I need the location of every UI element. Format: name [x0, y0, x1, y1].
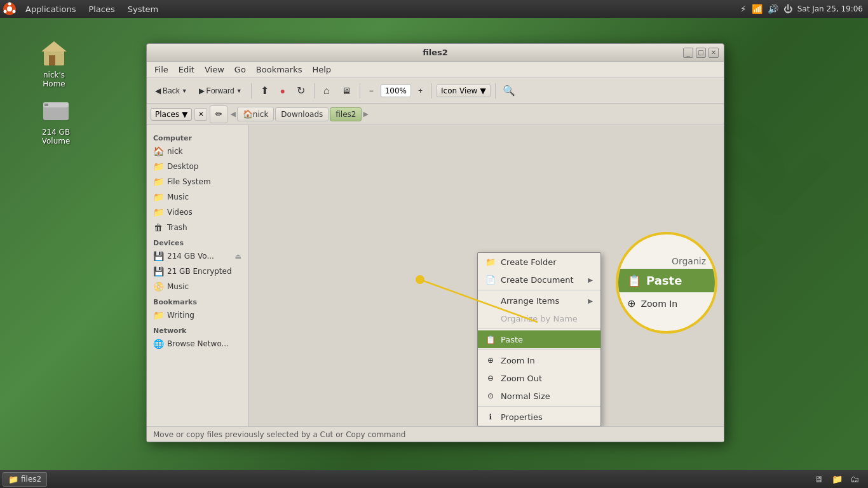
view-mode-select[interactable]: Icon View ▼: [437, 85, 491, 97]
content-area: Computer 🏠 nick 📁 Desktop 📁 File System …: [147, 125, 724, 426]
nick-home-icon: 🏠: [153, 146, 163, 156]
window-controls: _ □ ✕: [683, 48, 719, 58]
panel-right: ⚡ 📶 🔊 ⏻ Sat Jan 25, 19:06: [740, 4, 868, 14]
ctx-properties[interactable]: ℹ Properties: [478, 408, 600, 426]
sidebar-item-writing[interactable]: 📁 Writing: [147, 308, 248, 323]
sidebar-item-trash[interactable]: 🗑 Trash: [147, 220, 248, 235]
zoom-out-icon: ⊖: [485, 373, 496, 383]
forward-arrow-icon: ▶: [199, 86, 205, 95]
zoom-plus-icon: +: [418, 86, 423, 95]
breadcrumb-files2-label: files2: [336, 110, 356, 119]
sidebar-item-music[interactable]: 📁 Music: [147, 189, 248, 205]
ctx-paste-label: Paste: [501, 335, 523, 344]
menu-edit[interactable]: Edit: [173, 63, 200, 76]
sidebar-item-devices-music[interactable]: 📀 Music: [147, 279, 248, 294]
ctx-organize-by-name: · Organize by Name: [478, 309, 600, 327]
taskbar-icon-3[interactable]: 🗂: [848, 472, 862, 486]
taskbar-icon-2-glyph: 📁: [832, 474, 843, 484]
breadcrumb-downloads[interactable]: Downloads: [275, 107, 329, 121]
zoom-out-toolbar-btn[interactable]: −: [365, 84, 378, 98]
forward-button[interactable]: ▶ Forward ▼: [194, 84, 247, 98]
videos-folder-icon: 📁: [153, 207, 163, 217]
network-icon: 🌐: [153, 339, 163, 349]
menu-file[interactable]: File: [149, 63, 173, 76]
devices-music-label: Music: [167, 282, 189, 291]
desktop-folder-icon: 📁: [153, 161, 163, 172]
edit-path-icon: ✏: [215, 109, 222, 119]
svg-point-1: [7, 6, 12, 11]
sidebar-item-browse-network[interactable]: 🌐 Browse Netwo...: [147, 336, 248, 351]
places-menu[interactable]: Places: [82, 2, 121, 17]
home-icon: ⌂: [323, 85, 330, 97]
taskbar: 📁 files2 🖥 📁 🗂: [0, 470, 868, 488]
disc-music-icon: 📀: [153, 281, 163, 292]
sidebar: Computer 🏠 nick 📁 Desktop 📁 File System …: [147, 125, 248, 426]
zoom-in-toolbar-btn[interactable]: +: [414, 84, 427, 98]
toolbar: ◀ Back ▼ ▶ Forward ▼ ⬆ ● ↻ ⌂: [147, 78, 724, 104]
home-button[interactable]: ⌂: [319, 83, 334, 99]
edit-path-btn[interactable]: ✏: [210, 105, 227, 123]
up-button[interactable]: ⬆: [256, 82, 273, 99]
back-label: Back: [163, 86, 180, 95]
ctx-zoom-out[interactable]: ⊖ Zoom Out: [478, 369, 600, 387]
breadcrumb-files2[interactable]: files2: [330, 107, 362, 121]
ctx-create-document[interactable]: 📄 Create Document ▶: [478, 271, 600, 288]
sidebar-item-214gb[interactable]: 💾 214 GB Vo... ⏏: [147, 248, 248, 264]
ctx-separator-2: [478, 329, 600, 329]
applications-menu[interactable]: Applications: [19, 2, 82, 17]
breadcrumb-area: ◀ 🏠 nick Downloads files2 ▶: [230, 107, 720, 121]
window-close-btn[interactable]: ✕: [709, 48, 719, 58]
window-title: files2: [423, 48, 448, 57]
ctx-create-folder[interactable]: 📁 Create Folder: [478, 253, 600, 271]
places-dropdown[interactable]: Places ▼: [151, 108, 192, 121]
system-menu[interactable]: System: [121, 2, 165, 17]
taskbar-icon-1[interactable]: 🖥: [812, 472, 826, 486]
clock-display: Sat Jan 25, 19:06: [797, 4, 863, 13]
sidebar-item-desktop[interactable]: 📁 Desktop: [147, 159, 248, 174]
breadcrumb-nick[interactable]: 🏠 nick: [237, 107, 275, 121]
ubuntu-logo-icon[interactable]: [3, 2, 17, 16]
nicks-home-icon: [39, 37, 69, 68]
close-pathbar-btn[interactable]: ✕: [194, 108, 207, 121]
desktop-icon-nicks-home[interactable]: nick's Home: [29, 35, 79, 91]
ctx-arrange-items[interactable]: · Arrange Items ▶: [478, 292, 600, 309]
file-area[interactable]: 📁 Create Folder 📄 Create Document ▶ · Ar…: [248, 125, 724, 426]
back-button[interactable]: ◀ Back ▼: [151, 84, 192, 98]
sidebar-item-21gb[interactable]: 💾 21 GB Encrypted: [147, 264, 248, 279]
desktop-icon-214gb[interactable]: 214 GB Volume: [31, 92, 81, 148]
svg-rect-7: [49, 55, 55, 65]
nicks-home-label: nick's Home: [31, 71, 77, 88]
properties-icon: ℹ: [485, 412, 496, 422]
places-label: Places: [155, 110, 179, 119]
taskbar-icon-2[interactable]: 📁: [830, 472, 844, 486]
zoom-paste-icon: 📋: [627, 274, 641, 287]
ctx-paste[interactable]: 📋 Paste: [478, 330, 600, 348]
ctx-create-folder-label: Create Folder: [501, 257, 557, 267]
computer-button[interactable]: 🖥: [337, 83, 355, 98]
drive-214-label: 214 GB Vo...: [167, 252, 214, 261]
sidebar-item-filesystem[interactable]: 📁 File System: [147, 174, 248, 189]
sidebar-item-videos[interactable]: 📁 Videos: [147, 205, 248, 220]
svg-point-4: [4, 10, 7, 13]
ctx-zoom-in[interactable]: ⊕ Zoom In: [478, 351, 600, 369]
sidebar-item-nick[interactable]: 🏠 nick: [147, 144, 248, 159]
desktop-label: Desktop: [167, 162, 199, 171]
ctx-organize-label: Organize by Name: [501, 314, 578, 323]
menu-view[interactable]: View: [200, 63, 229, 76]
pathbar: Places ▼ ✕ ✏ ◀ 🏠 nick Downloads files2: [147, 104, 724, 125]
ctx-normal-size[interactable]: ⊙ Normal Size: [478, 387, 600, 405]
places-dropdown-icon: ▼: [182, 110, 187, 119]
taskbar-files2[interactable]: 📁 files2: [3, 472, 47, 487]
window-maximize-btn[interactable]: □: [696, 48, 706, 58]
menu-go[interactable]: Go: [229, 63, 251, 76]
normal-size-icon: ⊙: [485, 391, 496, 401]
window-minimize-btn[interactable]: _: [683, 48, 693, 58]
svg-point-3: [13, 10, 16, 13]
zoom-in-circle-label: Zoom In: [641, 299, 677, 309]
menu-help[interactable]: Help: [307, 63, 336, 76]
refresh-button[interactable]: ↻: [292, 82, 309, 99]
up-icon: ⬆: [261, 85, 269, 97]
stop-button[interactable]: ●: [276, 83, 290, 98]
menu-bookmarks[interactable]: Bookmarks: [251, 63, 308, 76]
search-button[interactable]: 🔍: [500, 82, 518, 100]
